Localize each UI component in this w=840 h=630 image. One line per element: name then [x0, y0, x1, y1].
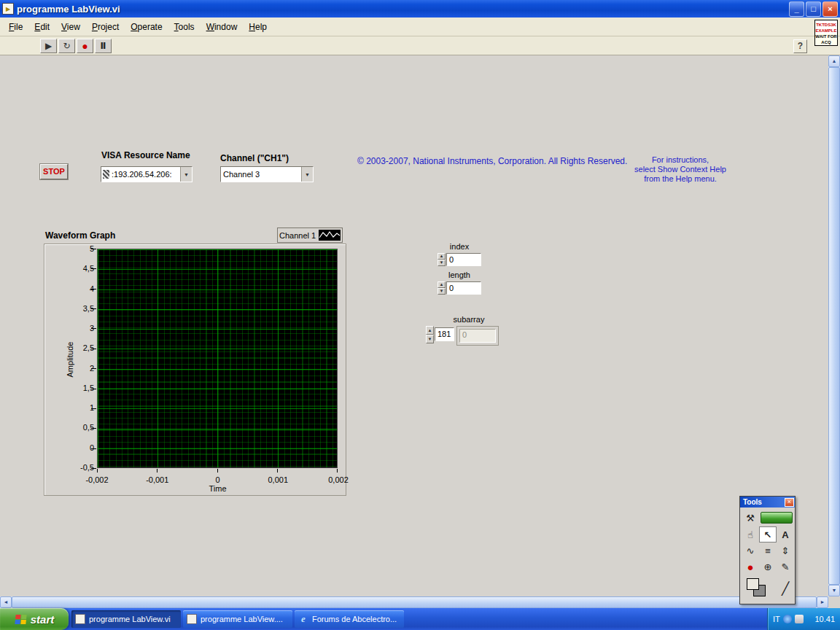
set-color-icon[interactable] [742, 575, 777, 602]
windows-logo-icon [14, 614, 28, 625]
system-tray: IT 10.41 [767, 608, 840, 630]
start-button[interactable]: start [0, 608, 69, 630]
y-tick-label: 4,5 [83, 265, 94, 273]
menu-item[interactable]: Edit [28, 19, 55, 35]
front-panel: STOP VISA Resource Name :193.206.54.206:… [0, 55, 828, 596]
x-tick-label: 0,001 [268, 475, 288, 484]
x-tick-label: 0 [215, 475, 219, 484]
increment-icon[interactable]: ▲ [438, 281, 446, 288]
scroll-up-icon[interactable]: ▲ [828, 55, 840, 67]
visa-resource-value: :193.206.54.206: [109, 170, 180, 179]
menu-item[interactable]: View [55, 19, 86, 35]
length-spinner: ▲ ▼ [438, 281, 446, 295]
x-tick-label: 0,002 [328, 475, 349, 484]
tools-palette: Tools × ⚒☝↖A∿≡⇕●⊕✎╱ [739, 496, 796, 604]
visa-dropdown-icon[interactable]: ▼ [180, 167, 192, 182]
y-tick-label: 1 [90, 404, 94, 412]
menu-item[interactable]: Operate [125, 19, 168, 35]
io-type-icon [103, 170, 109, 179]
horizontal-scroll-thumb[interactable] [12, 596, 817, 608]
task-icon [187, 614, 197, 624]
index-field[interactable]: 0 [446, 253, 481, 266]
scroll-tool-icon[interactable]: ⇕ [777, 542, 794, 559]
waveform-graph: 54,543,532,521,510,50-0,5 -0,002-0,00100… [44, 244, 346, 496]
run-continuous-icon[interactable]: ↻ [58, 39, 75, 53]
menu-item[interactable]: Help [243, 19, 273, 35]
taskbar-task[interactable]: programme LabView.... [183, 610, 292, 628]
subarray-label: subarray [447, 315, 491, 324]
scroll-left-icon[interactable]: ◄ [0, 596, 12, 608]
auto-tool-icon[interactable]: ⚒ [742, 509, 759, 526]
channel-value: Channel 3 [221, 170, 301, 179]
task-icon: e [298, 614, 308, 624]
channel-combo[interactable]: Channel 3 ▼ [220, 166, 314, 182]
length-field[interactable]: 0 [446, 281, 481, 295]
paintbrush-icon[interactable]: ╱ [777, 575, 794, 602]
scroll-right-icon[interactable]: ► [817, 596, 828, 608]
x-axis-title: Time [97, 484, 338, 493]
clock: 10.41 [814, 615, 835, 623]
length-label: length [438, 271, 481, 279]
menu-item[interactable]: Window [201, 19, 244, 35]
position-select-icon[interactable]: ↖ [759, 526, 777, 542]
context-help-icon[interactable]: ? [793, 39, 807, 53]
vi-icon: TKTDS3K EXAMPLE WAIT FOR ACQ [814, 20, 838, 46]
edit-text-icon[interactable]: A [777, 526, 794, 542]
y-tick-label: 3 [90, 324, 94, 332]
display-tray-icon[interactable] [795, 615, 804, 623]
menu-item[interactable]: File [3, 19, 28, 35]
task-buttons: programme LabView.vi programme LabView..… [71, 610, 404, 628]
plot-legend[interactable]: Channel 1 [277, 228, 343, 243]
breakpoint-icon[interactable]: ● [742, 559, 759, 575]
y-tick-label: -0,5 [80, 464, 94, 472]
visa-resource-combo[interactable]: :193.206.54.206: ▼ [101, 166, 192, 182]
close-button[interactable]: × [822, 1, 838, 17]
index-spinner: ▲ ▼ [438, 253, 446, 266]
decrement-icon[interactable]: ▼ [438, 288, 446, 295]
waveform-plot-icon [319, 230, 341, 241]
channel-dropdown-icon[interactable]: ▼ [301, 167, 313, 182]
decrement-icon[interactable]: ▼ [438, 260, 446, 266]
probe-icon[interactable]: ⊕ [759, 559, 777, 575]
channel-label: Channel ("CH1") [220, 153, 289, 163]
horizontal-scrollbar[interactable]: ◄ ► [0, 596, 828, 608]
task-icon [75, 614, 85, 624]
update-tray-icon[interactable] [783, 615, 792, 623]
auto-select-led[interactable] [761, 512, 793, 524]
maximize-button[interactable]: □ [806, 1, 821, 17]
y-tick-label: 0 [90, 444, 94, 452]
increment-icon[interactable]: ▲ [438, 253, 446, 260]
run-icon[interactable]: ▶ [40, 39, 57, 53]
taskbar-task[interactable]: e Forums de Abcelectro... [295, 610, 404, 628]
menu-item[interactable]: Project [86, 19, 125, 35]
stop-button[interactable]: STOP [40, 164, 68, 179]
minimize-button[interactable]: _ [789, 1, 804, 17]
scroll-down-icon[interactable]: ▼ [828, 585, 840, 596]
window-icon: ▶ [2, 3, 14, 15]
pause-icon[interactable]: Ⅱ [95, 39, 112, 53]
subarray-index-field[interactable]: 181 [435, 327, 454, 341]
menu-item[interactable]: Tools [168, 19, 201, 35]
y-tick-label: 2 [90, 365, 94, 373]
titlebar: ▶ programme LabView.vi _ □ × [0, 0, 840, 18]
y-tick-label: 1,5 [83, 384, 94, 392]
decrement-icon[interactable]: ▼ [426, 335, 434, 343]
vertical-scroll-thumb[interactable] [828, 67, 840, 585]
x-tick-label: -0,002 [85, 475, 108, 484]
y-axis-title: Amplitude [66, 334, 74, 385]
copyright-text: © 2003-2007, National Instruments, Corpo… [357, 156, 627, 166]
color-copy-icon[interactable]: ✎ [777, 559, 794, 575]
shortcut-menu-icon[interactable]: ≡ [759, 542, 777, 559]
connect-wire-icon[interactable]: ∿ [742, 542, 759, 559]
language-indicator[interactable]: IT [773, 615, 780, 623]
index-label: index [438, 242, 481, 251]
y-tick-label: 3,5 [83, 305, 94, 313]
operate-value-icon[interactable]: ☝ [742, 526, 759, 542]
palette-close-icon[interactable]: × [785, 498, 794, 507]
plot-area [97, 249, 338, 468]
vertical-scrollbar[interactable]: ▲ ▼ [828, 55, 840, 596]
taskbar-task[interactable]: programme LabView.vi [71, 610, 181, 628]
increment-icon[interactable]: ▲ [426, 326, 434, 335]
abort-icon[interactable]: ● [77, 39, 93, 53]
tools-palette-titlebar[interactable]: Tools × [740, 497, 795, 508]
